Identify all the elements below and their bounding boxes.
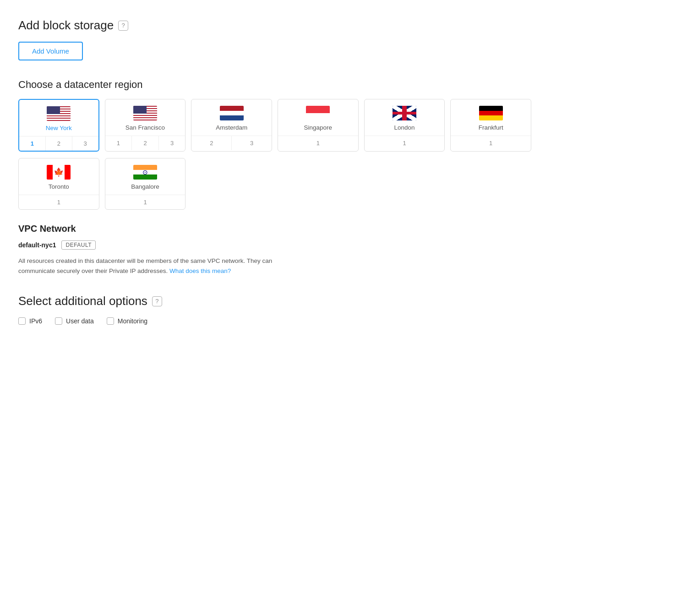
region-flag-ca: [47, 165, 71, 180]
region-flag-uk: [393, 106, 416, 120]
region-flag-de: [479, 106, 503, 120]
region-name: Frankfurt: [479, 124, 503, 131]
additional-options-section: Select additional options ? IPv6User dat…: [18, 294, 531, 325]
options-row: IPv6User dataMonitoring: [18, 317, 531, 325]
region-card-london[interactable]: London1: [364, 99, 445, 152]
region-card-top: London: [365, 99, 445, 136]
option-checkbox[interactable]: [18, 317, 26, 325]
region-number-single[interactable]: 1: [278, 136, 358, 150]
region-number-single[interactable]: 1: [365, 136, 445, 150]
regions-grid-row2: Toronto1Bangalore1: [18, 158, 531, 210]
choose-region-title: Choose a datacenter region: [18, 79, 531, 91]
vpc-badge: DEFAULT: [61, 240, 96, 250]
region-flag-us: [133, 106, 157, 120]
region-number-3[interactable]: 3: [72, 136, 98, 151]
region-card-singapore[interactable]: Singapore1: [278, 99, 359, 152]
region-number-single[interactable]: 1: [105, 195, 185, 209]
region-card-top: Bangalore: [105, 158, 185, 195]
region-number-single[interactable]: 1: [451, 136, 531, 150]
region-flag-us: [47, 106, 71, 121]
region-flag-nl: [220, 106, 244, 120]
region-number-3[interactable]: 3: [232, 136, 272, 150]
option-checkbox[interactable]: [55, 317, 62, 325]
region-card-top: Singapore: [278, 99, 358, 136]
region-card-toronto[interactable]: Toronto1: [18, 158, 99, 210]
option-item-monitoring[interactable]: Monitoring: [107, 317, 147, 325]
vpc-learn-more-link[interactable]: What does this mean?: [169, 267, 231, 274]
vpc-title: VPC Network: [18, 224, 531, 234]
region-name: New York: [46, 125, 72, 131]
vpc-network-name: default-nyc1: [18, 241, 56, 249]
region-card-san-francisco[interactable]: San Francisco123: [105, 99, 186, 152]
region-number-2[interactable]: 2: [46, 136, 72, 151]
page-title: Add block storage ?: [18, 18, 531, 33]
page-title-text: Add block storage: [18, 18, 114, 33]
option-label: IPv6: [29, 317, 42, 325]
vpc-network-section: VPC Network default-nyc1 DEFAULT All res…: [18, 224, 531, 276]
option-label: User data: [66, 317, 94, 325]
additional-options-title: Select additional options ?: [18, 294, 531, 308]
region-number-2[interactable]: 2: [191, 136, 232, 150]
region-flag-in: [133, 165, 157, 180]
region-name: San Francisco: [125, 124, 165, 131]
region-card-new-york[interactable]: New York123: [18, 99, 99, 152]
region-name: London: [394, 124, 414, 131]
additional-options-title-text: Select additional options: [18, 294, 147, 308]
region-number-1[interactable]: 1: [19, 136, 46, 151]
region-number-2[interactable]: 2: [132, 136, 159, 150]
region-card-amsterdam[interactable]: Amsterdam23: [191, 99, 272, 152]
region-card-frankfurt[interactable]: Frankfurt1: [450, 99, 531, 152]
vpc-description: All resources created in this datacenter…: [18, 256, 293, 276]
region-card-bangalore[interactable]: Bangalore1: [105, 158, 186, 210]
region-number-3[interactable]: 3: [159, 136, 185, 150]
region-numbers-row: 23: [191, 136, 272, 150]
region-name: Toronto: [49, 183, 69, 190]
vpc-description-text: All resources created in this datacenter…: [18, 257, 272, 274]
region-card-top: Toronto: [19, 158, 99, 195]
option-item-user-data[interactable]: User data: [55, 317, 94, 325]
region-name: Singapore: [304, 124, 333, 131]
region-name: Amsterdam: [216, 124, 247, 131]
region-number-1[interactable]: 1: [105, 136, 132, 150]
regions-grid-row1: New York123San Francisco123Amsterdam23Si…: [18, 99, 531, 152]
option-item-ipv6[interactable]: IPv6: [18, 317, 42, 325]
vpc-name-row: default-nyc1 DEFAULT: [18, 240, 531, 250]
additional-options-help-icon[interactable]: ?: [152, 296, 162, 306]
region-card-top: San Francisco: [105, 99, 185, 136]
region-card-top: Frankfurt: [451, 99, 531, 136]
option-label: Monitoring: [118, 317, 147, 325]
region-flag-sg: [306, 106, 330, 120]
add-block-storage-help-icon[interactable]: ?: [118, 21, 128, 31]
region-number-single[interactable]: 1: [19, 195, 99, 209]
region-card-top: New York: [19, 100, 98, 136]
add-volume-button[interactable]: Add Volume: [18, 42, 83, 60]
region-numbers-row: 123: [105, 136, 185, 150]
region-numbers-row: 123: [19, 136, 98, 151]
region-card-top: Amsterdam: [191, 99, 272, 136]
option-checkbox[interactable]: [107, 317, 114, 325]
region-name: Bangalore: [131, 183, 159, 190]
